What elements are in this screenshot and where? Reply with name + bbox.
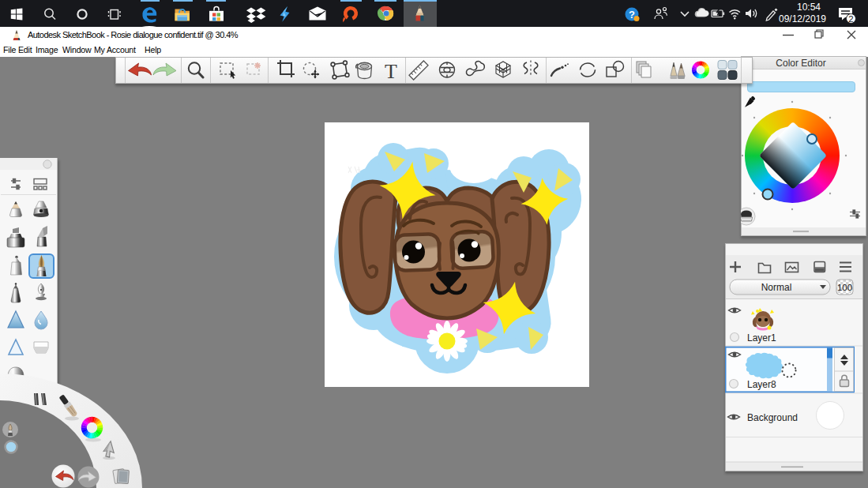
svg-text:Normal: Normal (761, 282, 792, 293)
svg-text:100: 100 (837, 283, 852, 292)
svg-text:T: T (385, 60, 397, 83)
svg-text:2: 2 (848, 14, 853, 24)
svg-text:Layer8: Layer8 (747, 379, 776, 390)
svg-text:Background: Background (747, 412, 798, 423)
svg-text:Layer1: Layer1 (747, 332, 776, 343)
